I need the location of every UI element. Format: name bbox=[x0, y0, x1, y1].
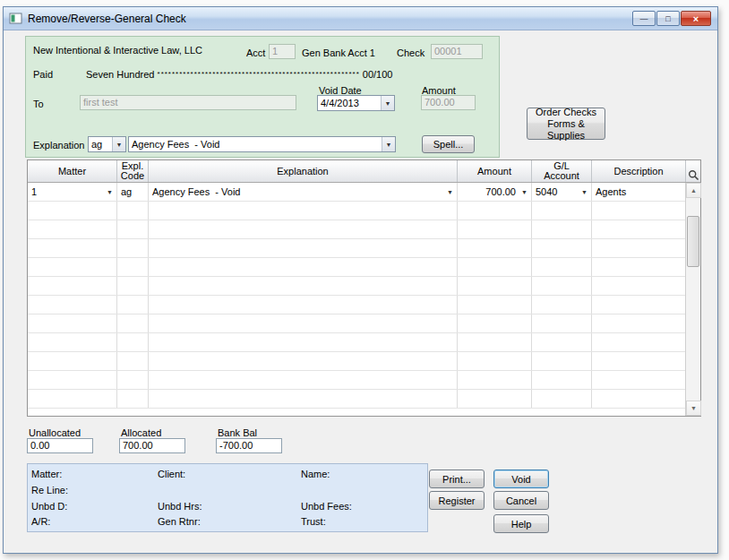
column-header-description[interactable]: Description bbox=[592, 160, 686, 182]
order-checks-button[interactable]: Order Checks Forms & Supplies bbox=[527, 108, 605, 140]
cell-expl_code[interactable]: ag bbox=[117, 183, 149, 201]
cell-gl_account bbox=[532, 239, 592, 257]
cell-amount bbox=[458, 352, 532, 370]
cell-amount bbox=[458, 333, 532, 351]
dialog-window: Remove/Reverse-General Check — □ × New I… bbox=[3, 6, 718, 554]
cell-expl_code bbox=[117, 277, 149, 295]
unbd-fees-label: Unbd Fees: bbox=[301, 501, 352, 512]
print-button[interactable]: Print... bbox=[429, 470, 485, 488]
cell-amount bbox=[458, 390, 532, 408]
cell-explanation[interactable]: Agency Fees - Void▼ bbox=[149, 183, 458, 201]
column-header-expl-code[interactable]: Expl. Code bbox=[117, 160, 149, 182]
cell-description bbox=[592, 220, 685, 238]
amount-field: 700.00 bbox=[421, 95, 476, 110]
amount-dropdown-icon[interactable]: ▼ bbox=[519, 189, 530, 195]
cell-matter[interactable]: 1▼ bbox=[28, 183, 117, 201]
matter-dropdown-icon[interactable]: ▼ bbox=[104, 189, 116, 195]
grid-body: 1▼agAgency Fees - Void▼700.00▼5040▼Agent… bbox=[28, 183, 685, 416]
cell-gl_account bbox=[532, 202, 592, 220]
gl_account-dropdown-icon[interactable]: ▼ bbox=[579, 189, 590, 195]
bank-bal-field: -700.00 bbox=[216, 438, 282, 453]
cell-explanation bbox=[149, 202, 458, 220]
cell-matter bbox=[28, 333, 117, 351]
cell-explanation bbox=[149, 220, 458, 238]
allocated-label: Allocated bbox=[121, 427, 161, 438]
explanation-code-combo[interactable]: ag ▼ bbox=[88, 136, 126, 152]
column-header-amount[interactable]: Amount bbox=[458, 160, 532, 182]
maximize-button[interactable]: □ bbox=[656, 11, 680, 26]
cell-matter bbox=[28, 314, 117, 332]
search-icon bbox=[688, 159, 699, 183]
cell-amount bbox=[458, 220, 532, 238]
explanation-combo[interactable]: Agency Fees - Void ▼ bbox=[128, 136, 396, 152]
cell-description bbox=[592, 371, 685, 389]
column-header-explanation[interactable]: Explanation bbox=[149, 160, 458, 182]
spell-button[interactable]: Spell... bbox=[422, 135, 475, 153]
cell-expl_code bbox=[117, 352, 149, 370]
close-button[interactable]: × bbox=[681, 11, 711, 26]
cell-matter bbox=[28, 202, 117, 220]
cell-amount bbox=[458, 202, 532, 220]
re-line-label: Re Line: bbox=[31, 485, 68, 495]
cancel-button[interactable]: Cancel bbox=[493, 491, 549, 510]
minimize-button[interactable]: — bbox=[632, 11, 656, 26]
help-button[interactable]: Help bbox=[493, 514, 549, 533]
check-number-field: 00001 bbox=[431, 44, 483, 59]
cell-amount bbox=[458, 314, 532, 332]
cell-expl_code bbox=[117, 333, 149, 351]
cell-description bbox=[592, 296, 685, 314]
table-row[interactable]: 1▼agAgency Fees - Void▼700.00▼5040▼Agent… bbox=[28, 183, 685, 202]
unbd-hrs-label: Unbd Hrs: bbox=[158, 501, 202, 512]
explanation-code-dropdown-icon[interactable]: ▼ bbox=[112, 137, 125, 151]
close-icon: × bbox=[693, 13, 699, 24]
void-date-combo[interactable]: 4/4/2013 ▼ bbox=[317, 95, 395, 111]
table-row bbox=[28, 352, 685, 371]
cell-amount bbox=[458, 258, 532, 276]
cell-explanation bbox=[149, 239, 458, 257]
scrollbar-thumb[interactable] bbox=[687, 216, 699, 267]
matter-info-panel: Matter: Client: Name: Re Line: Unbd D: U… bbox=[27, 463, 428, 532]
trust-label: Trust: bbox=[301, 516, 326, 527]
vertical-scrollbar[interactable]: ▲ ▼ bbox=[685, 183, 700, 416]
cell-gl_account bbox=[532, 220, 592, 238]
cell-amount bbox=[458, 371, 532, 389]
column-header-gl-account[interactable]: G/L Account bbox=[532, 160, 592, 182]
order-checks-line2: Forms & Supplies bbox=[527, 118, 605, 142]
explanation-dropdown-icon[interactable]: ▼ bbox=[444, 189, 456, 195]
cell-explanation bbox=[149, 352, 458, 370]
scroll-down-button[interactable]: ▼ bbox=[686, 401, 701, 416]
explanation-dropdown-icon[interactable]: ▼ bbox=[382, 137, 395, 151]
cell-matter bbox=[28, 277, 117, 295]
cell-gl_account bbox=[532, 296, 592, 314]
name-info-label: Name: bbox=[301, 469, 330, 479]
allocated-field: 700.00 bbox=[119, 438, 185, 453]
cell-expl_code bbox=[117, 390, 149, 408]
search-column-button[interactable] bbox=[686, 160, 700, 182]
table-row bbox=[28, 258, 685, 277]
cell-gl_account[interactable]: 5040▼ bbox=[532, 183, 592, 201]
cell-expl_code bbox=[117, 220, 149, 238]
dialog-client-area: New Intentional & Interactive Law, LLC A… bbox=[4, 30, 717, 553]
cell-expl_code bbox=[117, 258, 149, 276]
paid-fraction: 00/100 bbox=[363, 69, 393, 80]
cell-description bbox=[592, 352, 685, 370]
void-button[interactable]: Void bbox=[493, 470, 549, 488]
cell-explanation bbox=[149, 371, 458, 389]
cell-gl_account-value: 5040 bbox=[533, 186, 579, 197]
cell-explanation bbox=[149, 333, 458, 351]
void-date-dropdown-icon[interactable]: ▼ bbox=[381, 96, 394, 110]
cell-amount bbox=[458, 239, 532, 257]
paid-label: Paid bbox=[33, 69, 53, 80]
cell-description[interactable]: Agents bbox=[592, 183, 685, 201]
column-header-matter[interactable]: Matter bbox=[28, 160, 117, 182]
scroll-up-button[interactable]: ▲ bbox=[686, 183, 701, 198]
gen-rtnr-label: Gen Rtnr: bbox=[158, 516, 201, 527]
table-row bbox=[28, 390, 685, 409]
titlebar[interactable]: Remove/Reverse-General Check — □ × bbox=[4, 7, 717, 30]
cell-description bbox=[592, 258, 685, 276]
grid-header: Matter Expl. Code Explanation Amount G/L… bbox=[28, 160, 700, 183]
cell-gl_account bbox=[532, 333, 592, 351]
cell-amount[interactable]: 700.00▼ bbox=[458, 183, 532, 201]
register-button[interactable]: Register bbox=[429, 491, 485, 510]
cell-matter bbox=[28, 371, 117, 389]
